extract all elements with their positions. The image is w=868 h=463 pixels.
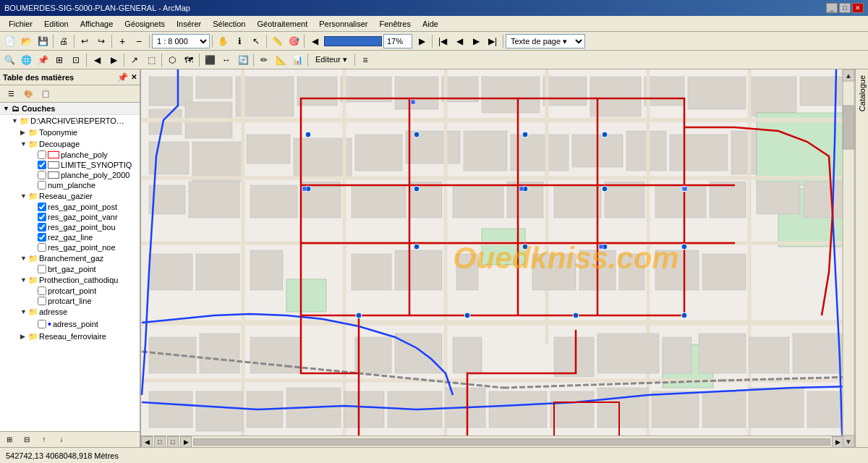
tb2-btn11[interactable]: 🗺	[181, 52, 197, 68]
toc-planche-poly[interactable]: planche_poly	[0, 150, 140, 160]
pin-button[interactable]: 📌	[117, 72, 128, 82]
new-button[interactable]: 📄	[1, 33, 17, 49]
editeur-button[interactable]: Editeur ▾	[310, 52, 352, 68]
rgvanr-checkbox[interactable]	[38, 213, 46, 221]
rferr-expand[interactable]: ▶	[20, 333, 27, 340]
tb2-btn9[interactable]: ⬚	[143, 52, 159, 68]
tb2-btn7[interactable]: ▶	[106, 52, 122, 68]
undo-button[interactable]: ↩	[77, 33, 93, 49]
toc-adresse[interactable]: ▼ 📁 adresse	[0, 306, 140, 318]
zoom-out-button[interactable]: −	[131, 33, 147, 49]
archive-expand[interactable]: ▼	[12, 117, 19, 124]
tb2-btn1[interactable]: 🔍	[1, 52, 17, 68]
nav-prev[interactable]: ◀	[451, 33, 467, 49]
menu-fenetres[interactable]: Fenêtres	[373, 16, 416, 31]
menu-personnaliser[interactable]: Personnaliser	[313, 16, 373, 31]
menu-affichage[interactable]: Affichage	[75, 16, 119, 31]
menu-fichier[interactable]: Fichier	[3, 16, 38, 31]
proth-expand[interactable]: ▼	[20, 276, 27, 284]
decoupage-expand[interactable]: ▼	[20, 140, 27, 148]
protpoint-checkbox[interactable]	[38, 286, 46, 295]
toc-adress-point[interactable]: • adress_point	[0, 318, 140, 331]
toc-bottom-btn1[interactable]: ⊞	[1, 432, 17, 448]
brtgaz-checkbox[interactable]	[38, 265, 46, 273]
hscroll-track[interactable]	[193, 438, 830, 446]
toc-reseau-gazier[interactable]: ▼ 📁 Reseau_gazier	[0, 190, 140, 202]
toc-draw-btn[interactable]: 🎨	[20, 86, 36, 102]
redo-button[interactable]: ↪	[93, 33, 109, 49]
toc-protcart-point[interactable]: protcart_point	[0, 286, 140, 296]
toc-source-btn[interactable]: 📋	[38, 86, 54, 102]
toc-res-gaz-noe[interactable]: res_gaz_point_noe	[0, 242, 140, 252]
toc-limite-synoptiq[interactable]: LIMITE_SYNOPTIQ	[0, 160, 140, 170]
measure-button[interactable]: 📏	[269, 33, 285, 49]
print-button[interactable]: 🖨	[56, 33, 72, 49]
toc-bottom-btn3[interactable]: ↑	[36, 432, 52, 448]
tb2-btn12[interactable]: ⬛	[202, 52, 218, 68]
toc-list-btn[interactable]: ☰	[3, 86, 19, 102]
tb2-btn2[interactable]: 🌐	[18, 52, 34, 68]
tb2-btn18[interactable]: ≡	[357, 52, 373, 68]
tb2-btn8[interactable]: ↗	[127, 52, 142, 68]
num-planche-checkbox[interactable]	[38, 181, 46, 190]
tb2-btn15[interactable]: ✏	[256, 52, 272, 68]
zoom-in-button[interactable]: +	[114, 33, 130, 49]
toc-protcart-line[interactable]: protcart_line	[0, 296, 140, 306]
map-area[interactable]: ▲ ▼ Ouedkniss.com ◀ □ □ ▶ ▶	[141, 69, 855, 447]
rgpost-checkbox[interactable]	[38, 203, 46, 211]
catalogue-label[interactable]: Catalogue	[856, 72, 868, 114]
planche2000-checkbox[interactable]	[38, 171, 46, 179]
toc-close-button[interactable]: ✕	[131, 73, 137, 81]
toc-rez-gaz-line[interactable]: rez_gaz_line	[0, 232, 140, 242]
hscroll-left[interactable]: ◀	[141, 436, 153, 448]
toc-toponymie[interactable]: ▶ 📁 Toponymie	[0, 127, 140, 138]
toc-decoupage[interactable]: ▼ 📁 Decoupage	[0, 138, 140, 150]
tb2-btn16[interactable]: 📐	[273, 52, 289, 68]
pan-button[interactable]: ✋	[215, 33, 231, 49]
tb2-btn13[interactable]: ↔	[218, 52, 234, 68]
open-button[interactable]: 📂	[18, 33, 34, 49]
page-text-select[interactable]: Texte de page ▾	[506, 34, 585, 48]
toponymie-expand[interactable]: ▶	[20, 129, 27, 136]
minimize-button[interactable]: _	[826, 3, 838, 13]
catalogue-panel[interactable]: Catalogue	[855, 69, 868, 447]
toc-branchement-gaz[interactable]: ▼ 📁 Branchement_gaz	[0, 252, 140, 264]
toc-reseau-ferroviaire[interactable]: ▶ 📁 Reseau_ferroviaire	[0, 331, 140, 342]
tb2-btn4[interactable]: ⊞	[51, 52, 67, 68]
toc-brt-gaz-point[interactable]: brt_gaz_point	[0, 264, 140, 274]
toc-res-gaz-post[interactable]: res_gaz_point_post	[0, 202, 140, 212]
zoom-pct-right[interactable]: ▶	[414, 33, 430, 49]
tb2-btn6[interactable]: ◀	[89, 52, 105, 68]
identify-button[interactable]: ℹ	[231, 33, 247, 49]
menu-geosignets[interactable]: Géosignets	[119, 16, 171, 31]
rgnoe-checkbox[interactable]	[38, 243, 46, 252]
zoom-percent-input[interactable]	[383, 34, 412, 48]
save-button[interactable]: 💾	[35, 33, 51, 49]
hscroll-right[interactable]: ▶	[832, 436, 843, 448]
brgaz-expand[interactable]: ▼	[20, 255, 27, 262]
toc-res-gaz-bou[interactable]: res_gaz_point_bou	[0, 222, 140, 232]
toc-bottom-btn4[interactable]: ↓	[54, 432, 69, 448]
close-button[interactable]: ✕	[852, 3, 864, 13]
limite-checkbox[interactable]	[38, 161, 46, 169]
tb2-btn10[interactable]: ⬡	[164, 52, 180, 68]
scale-select[interactable]: 1 : 8 000	[152, 34, 210, 48]
rgbou-checkbox[interactable]	[38, 223, 46, 232]
tb2-btn3[interactable]: 📌	[35, 52, 51, 68]
toc-planche-poly-2000[interactable]: planche_poly_2000	[0, 170, 140, 180]
toc-res-gaz-vanr[interactable]: res_gaz_point_vanr	[0, 212, 140, 222]
hscroll-btn4[interactable]: ▶	[180, 436, 192, 448]
nav-first[interactable]: |◀	[435, 33, 451, 49]
toc-bottom-btn2[interactable]: ⊟	[19, 432, 35, 448]
maximize-button[interactable]: □	[839, 3, 851, 13]
reseau-gazier-expand[interactable]: ▼	[20, 192, 27, 200]
rgline-checkbox[interactable]	[38, 233, 46, 242]
adresspoint-checkbox[interactable]	[38, 320, 46, 328]
window-controls[interactable]: _ □ ✕	[826, 3, 864, 13]
tb2-btn14[interactable]: 🔄	[235, 52, 251, 68]
map-hscrollbar[interactable]: ◀ □ □ ▶ ▶	[141, 436, 843, 447]
menu-selection[interactable]: Sélection	[207, 16, 251, 31]
zoom-pct-left[interactable]: ◀	[307, 33, 323, 49]
toc-num-planche[interactable]: num_planche	[0, 180, 140, 190]
gotoXY-button[interactable]: 🎯	[286, 33, 302, 49]
